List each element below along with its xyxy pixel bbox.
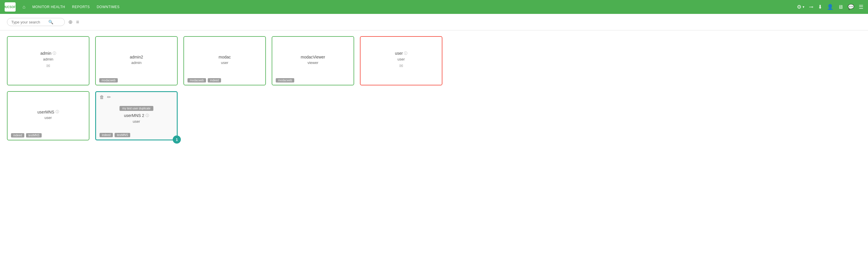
tag-modacweb-2: modacweb <box>187 78 206 83</box>
top-navbar: MUC SOFT ⌂ MONITOR HEALTH REPORTS DOWNTI… <box>0 0 868 14</box>
card-userMNS2-role: user <box>133 119 140 124</box>
monitor-icon[interactable]: 🖥 <box>838 4 843 10</box>
home-icon[interactable]: ⌂ <box>23 4 26 9</box>
nav-monitor-health[interactable]: MONITOR HEALTH <box>32 5 65 9</box>
chat-icon[interactable]: 💬 <box>848 4 854 10</box>
card-modac-role: user <box>221 60 228 65</box>
nav-right-actions: ⚙ ▾ ⊸ ⬇ 👤 🖥 💬 ☰ <box>797 4 863 10</box>
search-wrapper[interactable]: 🔍 <box>7 18 65 26</box>
tag-modacweb: modacweb <box>99 78 118 83</box>
cards-row-2: userMNS ⓘ user indeed testMNS 🗑 ✏ my tes… <box>7 91 861 140</box>
search-icon: 🔍 <box>48 20 53 24</box>
card-user[interactable]: user ⓘ user ✉ <box>360 36 442 85</box>
tag-indeed: indeed <box>208 78 221 83</box>
add-button[interactable]: ⊕ <box>68 19 73 25</box>
tag-indeed-2: indeed <box>11 133 24 138</box>
user-profile-icon[interactable]: 👤 <box>827 4 833 10</box>
card-userMNS2-actions: 🗑 ✏ <box>99 94 111 100</box>
card-userMNS2[interactable]: 🗑 ✏ my test user duplicate userMNS 2 ⓘ u… <box>95 91 178 140</box>
card-user-name: user <box>395 51 403 56</box>
app-logo: MUC SOFT <box>5 2 16 11</box>
cards-row-1: admin ⓘ admin ✉ admin2 admin modacweb mo… <box>7 36 861 85</box>
filter-dropdown[interactable]: ⚙ ▾ <box>797 4 804 10</box>
info-icon-admin[interactable]: ⓘ <box>53 51 56 56</box>
card-modac-tags: modacweb indeed <box>187 78 221 83</box>
email-icon-user: ✉ <box>399 63 403 68</box>
card-userMNS-role: user <box>44 116 52 120</box>
duplicate-badge: my test user duplicate <box>120 106 153 111</box>
info-icon-user[interactable]: ⓘ <box>404 51 407 56</box>
card-userMNS[interactable]: userMNS ⓘ user indeed testMNS <box>7 91 89 140</box>
search-bar-area: 🔍 ⊕ ≡ <box>0 14 868 30</box>
edit-button-userMNS2[interactable]: ✏ <box>107 94 111 100</box>
card-modacViewer-tags: modacweb <box>276 78 294 83</box>
card-user-role: user <box>398 57 405 61</box>
card-admin2[interactable]: admin2 admin modacweb <box>95 36 178 85</box>
card-userMNS2-name: userMNS 2 <box>124 113 144 118</box>
card-modac[interactable]: modac user modacweb indeed <box>183 36 266 85</box>
chevron-down-icon: ▾ <box>803 5 804 9</box>
card-admin2-role: admin <box>131 60 142 65</box>
notification-badge: 1 <box>173 136 181 144</box>
card-modacViewer[interactable]: modacViewer viewer modacweb <box>272 36 354 85</box>
rss-icon[interactable]: ⊸ <box>809 4 813 10</box>
nav-reports[interactable]: REPORTS <box>72 5 90 9</box>
hamburger-menu-icon[interactable]: ☰ <box>859 4 863 10</box>
card-modacViewer-role: viewer <box>308 60 318 65</box>
card-admin[interactable]: admin ⓘ admin ✉ <box>7 36 89 85</box>
card-userMNS2-tags: indeed testMNS <box>99 133 130 137</box>
filter-icon: ⚙ <box>797 4 802 10</box>
delete-button-userMNS2[interactable]: 🗑 <box>99 94 104 100</box>
card-modacViewer-name: modacViewer <box>301 55 325 59</box>
card-admin2-tags: modacweb <box>99 78 118 83</box>
list-menu-icon[interactable]: ≡ <box>76 19 79 25</box>
search-input[interactable] <box>11 20 46 24</box>
tag-modacweb-3: modacweb <box>276 78 294 83</box>
nav-downtimes[interactable]: DOWNTIMES <box>97 5 120 9</box>
tag-testMNS: testMNS <box>26 133 42 138</box>
main-content: admin ⓘ admin ✉ admin2 admin modacweb mo… <box>0 30 868 152</box>
tag-indeed-3: indeed <box>99 133 113 137</box>
card-modac-name: modac <box>218 55 230 59</box>
tag-testMNS-2: testMNS <box>115 133 130 137</box>
card-userMNS-name: userMNS <box>37 110 54 114</box>
email-icon-admin: ✉ <box>46 63 50 68</box>
card-admin-name: admin <box>40 51 51 56</box>
card-admin-role: admin <box>43 57 53 61</box>
card-admin2-name: admin2 <box>130 55 143 59</box>
download-icon[interactable]: ⬇ <box>818 4 822 10</box>
nav-links: MONITOR HEALTH REPORTS DOWNTIMES <box>32 5 120 9</box>
info-icon-userMNS2[interactable]: ⓘ <box>146 113 149 118</box>
info-icon-userMNS[interactable]: ⓘ <box>56 110 59 114</box>
card-userMNS-tags: indeed testMNS <box>11 133 42 138</box>
